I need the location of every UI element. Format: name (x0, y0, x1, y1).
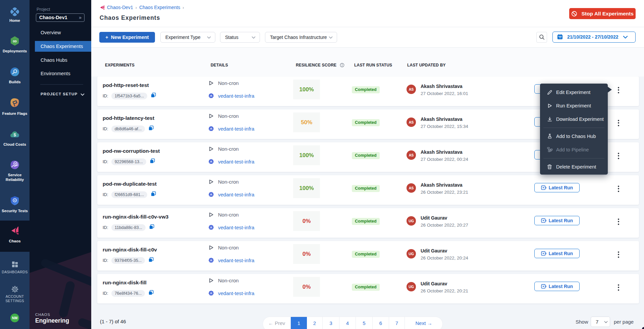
svg-text:∞: ∞ (13, 38, 17, 44)
svg-text:$: $ (13, 132, 16, 137)
